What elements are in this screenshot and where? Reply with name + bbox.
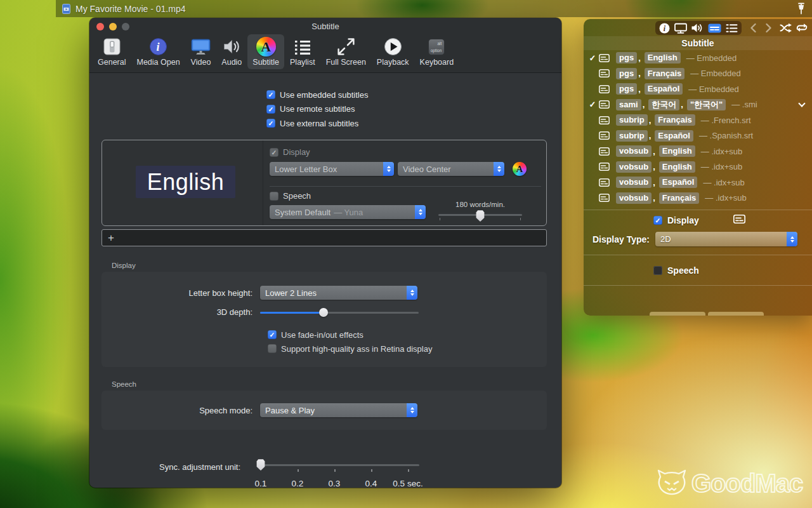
tag-separator: , <box>653 193 655 203</box>
subtitle-track-row[interactable]: ✓sami,한국어,"한국어"— .smi <box>584 97 812 113</box>
tag-separator: , <box>638 53 641 63</box>
sync-unit-thumb[interactable] <box>256 458 266 471</box>
toolbar-item-subtitle[interactable]: ASubtitle <box>247 34 284 69</box>
previous-track-icon[interactable] <box>750 23 757 33</box>
track-tag: Español <box>645 83 683 95</box>
sync-push-button[interactable]: Push <box>708 312 764 316</box>
source-checkbox-label: Use remote subtitles <box>280 104 355 114</box>
next-track-icon[interactable] <box>765 23 772 33</box>
subtitle-track-row[interactable]: vobsub,Français— .idx+sub <box>584 190 812 206</box>
keyboard-key-icon: altoption <box>428 39 445 55</box>
player-titlebar[interactable]: My Favorite Movie - 01.mp4 <box>56 0 812 17</box>
toolbar-item-playback[interactable]: Playback <box>372 34 414 69</box>
tag-separator: , <box>653 162 655 171</box>
display-option-checkbox[interactable] <box>268 330 277 339</box>
source-checkbox-label: Use external subtitles <box>280 119 358 128</box>
subtitle-track-row[interactable]: pgs,Français— Embedded <box>584 66 812 82</box>
sync-pull-button[interactable]: Pull <box>650 312 705 316</box>
track-source: — Embedded <box>688 84 739 94</box>
subtitle-source-row: Use embedded subtitles <box>266 88 368 102</box>
playlist-hud-icon[interactable] <box>726 23 738 33</box>
subtitle-source-row: Use remote subtitles <box>266 102 368 117</box>
subtitle-position-dropdown[interactable]: Lower Letter Box <box>270 162 394 176</box>
preview-display-checkbox[interactable] <box>270 148 278 157</box>
sync-label: Sync.: <box>584 314 643 316</box>
speech-rate-thumb[interactable] <box>475 210 485 222</box>
playback-play-icon <box>384 36 402 57</box>
toolbar-item-full-screen[interactable]: Full Screen <box>321 34 371 69</box>
preferences-titlebar[interactable]: Subtitle GeneraliMedia OpenVideoAudioASu… <box>89 18 561 73</box>
toolbar-item-label: Subtitle <box>252 58 279 67</box>
movie-filename: My Favorite Movie - 01.mp4 <box>75 4 186 14</box>
add-style-button[interactable]: + <box>108 232 114 243</box>
panel-speech-checkbox[interactable] <box>653 266 662 275</box>
source-checkbox[interactable] <box>266 90 275 99</box>
toolbar-item-audio[interactable]: Audio <box>216 34 247 69</box>
toolbar-item-general[interactable]: General <box>93 34 131 69</box>
track-tag: "한국어" <box>687 99 726 110</box>
track-tag: English <box>659 145 695 157</box>
font-color-icon[interactable]: A <box>513 162 527 176</box>
toolbar-item-keyboard[interactable]: altoptionKeyboard <box>415 34 459 69</box>
subtitle-anchor-dropdown[interactable]: Video Center <box>398 162 504 176</box>
subtitle-track-row[interactable]: subrip,Español— .Spanish.srt <box>584 128 812 144</box>
subtitle-track-row[interactable]: vobsub,English— .idx+sub <box>584 159 812 175</box>
expand-chevron-icon[interactable] <box>798 100 805 107</box>
subtitle-track-icon <box>599 85 610 93</box>
source-checkbox[interactable] <box>266 105 275 114</box>
speech-group-box: Speech mode: Pause & Play <box>102 391 547 430</box>
audio-hud-icon[interactable] <box>691 23 704 33</box>
toolbar-item-video[interactable]: Video <box>186 34 216 69</box>
repeat-icon[interactable] <box>796 23 808 32</box>
video-hud-icon[interactable] <box>674 23 687 34</box>
speech-rate-slider[interactable] <box>438 210 522 219</box>
pin-icon[interactable] <box>797 3 806 15</box>
info-icon[interactable]: i <box>659 23 670 34</box>
display-type-dropdown[interactable]: 2D <box>655 232 797 246</box>
subtitle-track-row[interactable]: subrip,Français— .French.srt <box>584 112 812 128</box>
toolbar-item-media-open[interactable]: iMedia Open <box>131 34 185 69</box>
subtitle-track-icon <box>599 147 610 156</box>
3d-depth-slider[interactable] <box>260 308 419 317</box>
subtitle-track-row[interactable]: vobsub,English— .idx+sub <box>584 144 812 159</box>
audio-speaker-icon <box>223 36 241 57</box>
3d-depth-thumb[interactable] <box>319 308 328 317</box>
preview-speech-checkbox[interactable] <box>270 192 278 201</box>
speech-mode-dropdown[interactable]: Pause & Play <box>260 403 417 417</box>
speech-mode-label: Speech mode: <box>102 406 260 415</box>
panel-display-label: Display <box>667 215 699 225</box>
subtitle-track-icon <box>599 178 610 187</box>
divider <box>270 186 541 187</box>
sync-tick-label: 0.2 <box>292 479 304 488</box>
speech-rate-label: 180 words/min. <box>438 201 522 208</box>
subtitle-track-row[interactable]: ✓pgs,English— Embedded <box>584 50 812 66</box>
subtitle-preview-cell[interactable]: English <box>102 140 263 225</box>
letter-box-height-dropdown[interactable]: Lower 2 Lines <box>260 286 417 300</box>
track-tag: pgs <box>616 83 637 95</box>
sync-unit-label: Sync. adjustment unit: <box>89 462 248 488</box>
stepper-icon <box>407 286 417 300</box>
toolbar-item-playlist[interactable]: Playlist <box>285 34 320 69</box>
shuffle-icon[interactable] <box>780 23 794 33</box>
display-option-checkbox[interactable] <box>268 344 277 353</box>
source-checkbox[interactable] <box>266 119 275 128</box>
panel-display-checkbox[interactable] <box>653 216 662 225</box>
track-tag: Español <box>655 130 693 142</box>
video-display-icon <box>191 36 211 57</box>
display-option-row: Support high-quality ass in Retina displ… <box>268 342 432 356</box>
movie-file-icon <box>62 4 70 14</box>
subtitle-style-icon[interactable] <box>733 215 745 224</box>
sync-unit-slider[interactable]: 0.10.20.30.40.5 sec. <box>256 457 436 488</box>
tag-separator: , <box>638 69 641 78</box>
subtitle-track-icon <box>599 163 610 171</box>
toolbar-item-label: Video <box>191 58 211 67</box>
track-tag: subrip <box>616 130 648 142</box>
toolbar-item-label: Audio <box>221 58 242 67</box>
subtitle-track-row[interactable]: pgs,Español— Embedded <box>584 81 812 97</box>
voice-dropdown[interactable]: System Default— Yuna <box>270 205 426 219</box>
track-tag: pgs <box>616 52 637 64</box>
hud-icon-group: i <box>655 21 742 35</box>
subtitle-track-row[interactable]: vobsub,Español— .idx+sub <box>584 175 812 190</box>
subtitle-hud-icon[interactable] <box>708 23 721 33</box>
stepper-icon <box>787 232 797 246</box>
